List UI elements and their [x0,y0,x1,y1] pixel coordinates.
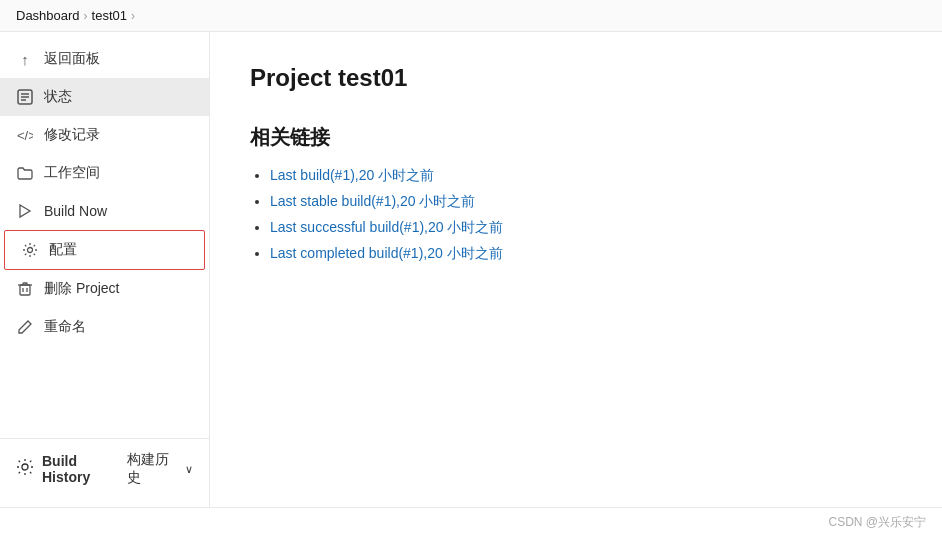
sidebar-item-back[interactable]: ↑ 返回面板 [0,40,209,78]
rename-icon [16,318,34,336]
build-history-left: Build History [16,453,127,485]
link-last-build[interactable]: Last build(#1),20 小时之前 [270,167,434,183]
sidebar-item-back-label: 返回面板 [44,50,100,68]
sidebar-item-changes-label: 修改记录 [44,126,100,144]
back-icon: ↑ [16,50,34,68]
svg-text:</>: </> [17,128,33,143]
build-history-bar[interactable]: Build History 构建历史 ∨ [0,438,209,499]
svg-rect-7 [20,285,30,295]
svg-marker-5 [20,205,30,217]
content-area: Project test01 相关链接 Last build(#1),20 小时… [210,32,942,507]
build-history-icon [16,458,34,480]
sidebar-item-workspace-label: 工作空间 [44,164,100,182]
breadcrumb-project[interactable]: test01 [92,8,127,23]
sidebar-item-build-now-label: Build Now [44,203,107,219]
build-history-label: Build History [42,453,127,485]
sidebar-item-changes[interactable]: </> 修改记录 [0,116,209,154]
sidebar-item-status[interactable]: 状态 [0,78,209,116]
watermark-text: CSDN @兴乐安宁 [828,514,926,531]
changes-icon: </> [16,126,34,144]
link-last-completed-build[interactable]: Last completed build(#1),20 小时之前 [270,245,503,261]
link-last-successful-build[interactable]: Last successful build(#1),20 小时之前 [270,219,503,235]
page-title: Project test01 [250,64,902,92]
sidebar-item-workspace[interactable]: 工作空间 [0,154,209,192]
delete-icon [16,280,34,298]
sidebar-item-rename[interactable]: 重命名 [0,308,209,346]
workspace-icon [16,164,34,182]
sidebar-item-delete[interactable]: 删除 Project [0,270,209,308]
related-links-list: Last build(#1),20 小时之前 Last stable build… [250,167,902,263]
status-icon [16,88,34,106]
breadcrumb-sep-1: › [84,9,88,23]
list-item: Last stable build(#1),20 小时之前 [270,193,902,211]
breadcrumb-sep-2: › [131,9,135,23]
related-links-title: 相关链接 [250,124,902,151]
sidebar-item-config-label: 配置 [49,241,77,259]
sidebar: ↑ 返回面板 状态 </> 修改记录 [0,32,210,507]
page-footer: CSDN @兴乐安宁 [0,507,942,537]
build-now-icon [16,202,34,220]
list-item: Last completed build(#1),20 小时之前 [270,245,902,263]
build-history-right-label: 构建历史 [127,451,181,487]
config-icon [21,241,39,259]
sidebar-item-status-label: 状态 [44,88,72,106]
chevron-down-icon: ∨ [185,463,193,476]
list-item: Last successful build(#1),20 小时之前 [270,219,902,237]
breadcrumb-dashboard[interactable]: Dashboard [16,8,80,23]
sidebar-item-rename-label: 重命名 [44,318,86,336]
svg-point-11 [22,464,28,470]
build-history-right[interactable]: 构建历史 ∨ [127,451,193,487]
sidebar-item-config[interactable]: 配置 [4,230,205,270]
sidebar-item-build-now[interactable]: Build Now [0,192,209,230]
sidebar-item-delete-label: 删除 Project [44,280,119,298]
svg-point-6 [28,248,33,253]
breadcrumb: Dashboard › test01 › [0,0,942,32]
list-item: Last build(#1),20 小时之前 [270,167,902,185]
link-last-stable-build[interactable]: Last stable build(#1),20 小时之前 [270,193,475,209]
